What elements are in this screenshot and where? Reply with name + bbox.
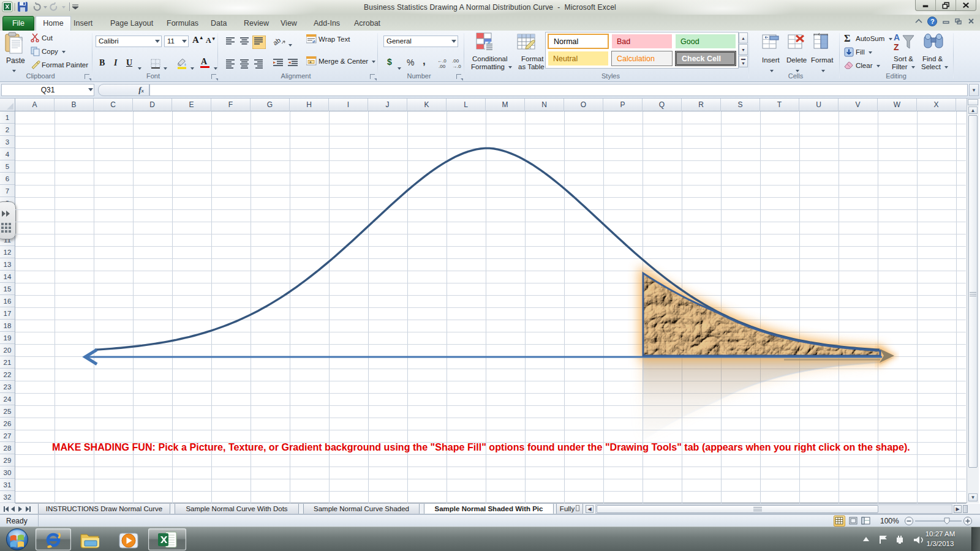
svg-text:Z: Z (894, 42, 899, 52)
svg-text:←.0: ←.0 (437, 58, 447, 64)
svg-text:?: ? (930, 18, 935, 25)
svg-text:A: A (894, 32, 900, 42)
svg-text:.00: .00 (439, 64, 446, 69)
svg-text:.00: .00 (452, 58, 459, 64)
svg-text:ab: ab (273, 36, 282, 47)
svg-text:→.0: →.0 (452, 64, 461, 69)
